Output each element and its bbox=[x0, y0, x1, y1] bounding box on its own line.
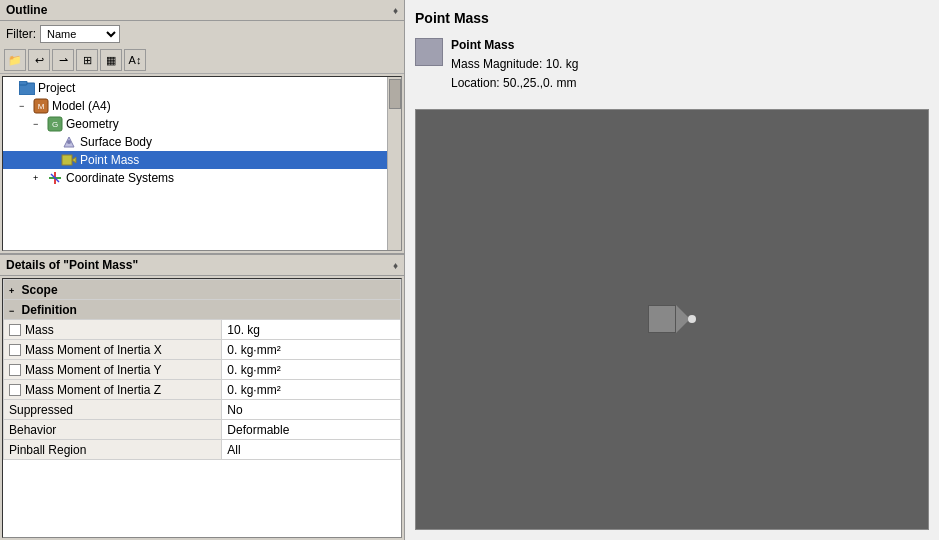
model-expander: − bbox=[19, 101, 31, 111]
mmi-y-label-cell: Mass Moment of Inertia Y bbox=[4, 360, 222, 380]
svg-text:M: M bbox=[38, 102, 45, 111]
scope-section-row[interactable]: + Scope bbox=[4, 280, 401, 300]
coord-expander: + bbox=[33, 173, 45, 183]
svg-marker-9 bbox=[72, 157, 76, 163]
suppressed-row: Suppressed No bbox=[4, 400, 401, 420]
point-mass-details: Point Mass Mass Magnitude: 10. kg Locati… bbox=[451, 36, 578, 94]
outline-pin-icon[interactable]: ♦ bbox=[393, 5, 398, 16]
tree-content: Project − M Model (A4) − G Geometry bbox=[3, 77, 387, 189]
pm-3d-body bbox=[648, 305, 676, 333]
toolbar-undo-btn[interactable]: ↩ bbox=[28, 49, 50, 71]
mass-checkbox[interactable] bbox=[9, 324, 21, 336]
cursor-icon: ⇀ bbox=[59, 54, 68, 67]
behavior-label: Behavior bbox=[4, 420, 222, 440]
pm-name: Point Mass bbox=[451, 36, 578, 55]
svg-rect-8 bbox=[62, 155, 72, 165]
mmi-x-label: Mass Moment of Inertia X bbox=[25, 343, 162, 357]
expand-icon: ⊞ bbox=[83, 54, 92, 67]
model-icon: M bbox=[33, 98, 49, 114]
filter-label: Filter: bbox=[6, 27, 36, 41]
mmi-z-row: Mass Moment of Inertia Z 0. kg·mm² bbox=[4, 380, 401, 400]
mmi-z-label-cell: Mass Moment of Inertia Z bbox=[4, 380, 222, 400]
mmi-y-checkbox[interactable] bbox=[9, 364, 21, 376]
svg-rect-1 bbox=[19, 81, 27, 85]
folder-icon: 📁 bbox=[8, 54, 22, 67]
mmi-y-row: Mass Moment of Inertia Y 0. kg·mm² bbox=[4, 360, 401, 380]
geometry-expander: − bbox=[33, 119, 45, 129]
toolbar-open-btn[interactable]: 📁 bbox=[4, 49, 26, 71]
tree-item-project[interactable]: Project bbox=[3, 79, 387, 97]
toolbar-sort-btn[interactable]: A↕ bbox=[124, 49, 146, 71]
tree-item-point-mass[interactable]: Point Mass bbox=[3, 151, 387, 169]
tree-item-coord-systems[interactable]: + Coordinate Systems bbox=[3, 169, 387, 187]
undo-icon: ↩ bbox=[35, 54, 44, 67]
tree-label-project: Project bbox=[38, 81, 75, 95]
mmi-z-checkbox[interactable] bbox=[9, 384, 21, 396]
point-mass-icon bbox=[415, 38, 443, 66]
behavior-row: Behavior Deformable bbox=[4, 420, 401, 440]
tree-label-point-mass: Point Mass bbox=[80, 153, 139, 167]
left-panel: Outline ♦ Filter: Name Type Tag 📁 ↩ ⇀ ⊞ bbox=[0, 0, 405, 540]
view-icon: ▦ bbox=[106, 54, 116, 67]
svg-text:G: G bbox=[52, 120, 58, 129]
filter-row: Filter: Name Type Tag bbox=[0, 21, 404, 47]
pm-3d-dot bbox=[688, 315, 696, 323]
tree-label-model: Model (A4) bbox=[52, 99, 111, 113]
suppressed-label: Suppressed bbox=[4, 400, 222, 420]
tree-label-surface-body: Surface Body bbox=[80, 135, 152, 149]
pinball-value[interactable]: All bbox=[222, 440, 401, 460]
outline-section: Outline ♦ Filter: Name Type Tag 📁 ↩ ⇀ ⊞ bbox=[0, 0, 404, 255]
tree-scrollbar-thumb[interactable] bbox=[389, 79, 401, 109]
definition-label: Definition bbox=[22, 303, 77, 317]
tree-label-geometry: Geometry bbox=[66, 117, 119, 131]
suppressed-value[interactable]: No bbox=[222, 400, 401, 420]
details-header: Details of "Point Mass" ♦ bbox=[0, 255, 404, 276]
pm-location: Location: 50.,25.,0. mm bbox=[451, 74, 578, 93]
toolbar-expand-btn[interactable]: ⊞ bbox=[76, 49, 98, 71]
viewport-content bbox=[648, 305, 696, 333]
tree-label-coord-systems: Coordinate Systems bbox=[66, 171, 174, 185]
mmi-y-value: 0. kg·mm² bbox=[222, 360, 401, 380]
toolbar-view-btn[interactable]: ▦ bbox=[100, 49, 122, 71]
mass-label-cell: Mass bbox=[4, 320, 222, 340]
surface-icon bbox=[61, 134, 77, 150]
outline-header: Outline ♦ bbox=[0, 0, 404, 21]
behavior-value[interactable]: Deformable bbox=[222, 420, 401, 440]
pm-3d-shape bbox=[648, 305, 696, 333]
pm-mass-magnitude: Mass Magnitude: 10. kg bbox=[451, 55, 578, 74]
right-panel: Point Mass Point Mass Mass Magnitude: 10… bbox=[405, 0, 939, 540]
pinball-row: Pinball Region All bbox=[4, 440, 401, 460]
details-section: Details of "Point Mass" ♦ + Scope bbox=[0, 255, 404, 540]
details-title: Details of "Point Mass" bbox=[6, 258, 138, 272]
mass-row: Mass 10. kg bbox=[4, 320, 401, 340]
scope-label: Scope bbox=[22, 283, 58, 297]
filter-select[interactable]: Name Type Tag bbox=[40, 25, 120, 43]
toolbar-forward-btn[interactable]: ⇀ bbox=[52, 49, 74, 71]
mmi-x-label-cell: Mass Moment of Inertia X bbox=[4, 340, 222, 360]
viewport bbox=[415, 109, 929, 530]
tree-item-model[interactable]: − M Model (A4) bbox=[3, 97, 387, 115]
tree-item-geometry[interactable]: − G Geometry bbox=[3, 115, 387, 133]
geometry-icon: G bbox=[47, 116, 63, 132]
sort-icon: A↕ bbox=[129, 54, 142, 66]
mmi-x-checkbox[interactable] bbox=[9, 344, 21, 356]
definition-expander: − bbox=[9, 306, 14, 316]
pinball-label: Pinball Region bbox=[4, 440, 222, 460]
mmi-z-label: Mass Moment of Inertia Z bbox=[25, 383, 161, 397]
point-mass-tree-icon bbox=[61, 152, 77, 168]
definition-section-row[interactable]: − Definition bbox=[4, 300, 401, 320]
point-mass-info: Point Mass Mass Magnitude: 10. kg Locati… bbox=[415, 36, 929, 94]
mass-value: 10. kg bbox=[222, 320, 401, 340]
mmi-x-value: 0. kg·mm² bbox=[222, 340, 401, 360]
svg-point-7 bbox=[67, 140, 71, 144]
tree-container: Project − M Model (A4) − G Geometry bbox=[2, 76, 402, 251]
mass-label: Mass bbox=[25, 323, 54, 337]
toolbar-row: 📁 ↩ ⇀ ⊞ ▦ A↕ bbox=[0, 47, 404, 74]
coord-icon bbox=[47, 170, 63, 186]
tree-item-surface-body[interactable]: Surface Body bbox=[3, 133, 387, 151]
details-table: + Scope − Definition bbox=[3, 279, 401, 460]
details-pin-icon[interactable]: ♦ bbox=[393, 260, 398, 271]
tree-scrollbar[interactable] bbox=[387, 77, 401, 250]
project-icon bbox=[19, 80, 35, 96]
point-mass-title: Point Mass bbox=[415, 10, 929, 26]
